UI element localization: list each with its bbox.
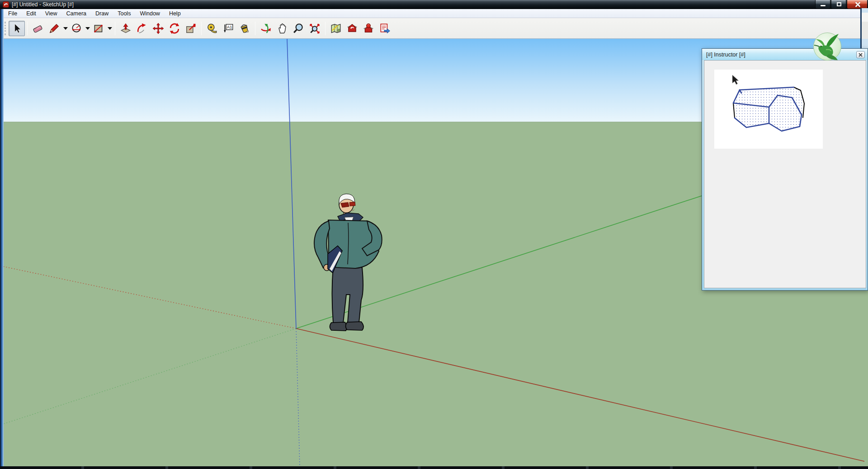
add-location-button[interactable] bbox=[328, 21, 344, 36]
rectangle-tool-dropdown[interactable] bbox=[107, 21, 113, 36]
zoom-extents-tool-button[interactable] bbox=[307, 21, 323, 36]
paint-bucket-icon bbox=[239, 23, 250, 34]
zoom-tool-button[interactable] bbox=[290, 21, 307, 36]
tape-measure-tool-button[interactable] bbox=[204, 21, 220, 36]
window-left-border bbox=[0, 9, 4, 469]
toolbar-separator bbox=[255, 22, 255, 35]
pencil-icon bbox=[48, 23, 60, 34]
toolbar-separator bbox=[27, 22, 28, 35]
menubar: File Edit View Camera Draw Tools Window … bbox=[0, 9, 868, 18]
arc-tool-dropdown[interactable] bbox=[85, 21, 90, 36]
zoom-icon bbox=[292, 23, 304, 34]
menu-help[interactable]: Help bbox=[165, 9, 185, 18]
get-models-button[interactable] bbox=[344, 21, 360, 36]
menu-draw[interactable]: Draw bbox=[91, 9, 113, 18]
zoom-extents-icon bbox=[309, 23, 321, 34]
paint-bucket-tool-button[interactable] bbox=[236, 21, 253, 36]
bottom-edge bbox=[0, 466, 868, 469]
text-icon: A1 bbox=[222, 23, 234, 34]
select-tool-button[interactable] bbox=[9, 21, 25, 36]
toolbar: A1 bbox=[0, 18, 868, 39]
line-tool-button[interactable] bbox=[46, 21, 62, 36]
close-button[interactable] bbox=[847, 0, 868, 9]
background-window-edge bbox=[860, 8, 868, 50]
toolbar-drag-handle[interactable] bbox=[5, 22, 6, 35]
menu-edit[interactable]: Edit bbox=[22, 9, 41, 18]
map-icon bbox=[330, 23, 342, 34]
eraser-icon bbox=[32, 23, 44, 34]
rectangle-icon bbox=[93, 23, 104, 34]
toolbar-separator bbox=[201, 22, 202, 35]
scale-icon bbox=[185, 23, 197, 34]
maximize-button[interactable] bbox=[831, 0, 846, 9]
cursor-arrow-icon bbox=[732, 75, 739, 84]
close-icon bbox=[855, 2, 860, 7]
chevron-down-icon bbox=[63, 27, 68, 30]
move-tool-button[interactable] bbox=[150, 21, 166, 36]
minimize-button[interactable] bbox=[815, 0, 830, 9]
instructor-illustration bbox=[714, 70, 823, 149]
eraser-tool-button[interactable] bbox=[30, 21, 46, 36]
share-model-icon bbox=[363, 23, 374, 34]
svg-text:A1: A1 bbox=[227, 25, 232, 29]
hummingbird-icon bbox=[812, 32, 842, 61]
rotate-tool-button[interactable] bbox=[166, 21, 183, 36]
menu-view[interactable]: View bbox=[41, 9, 62, 18]
sketchup-window: [#] Untitled - SketchUp [#] File Edit Vi… bbox=[0, 0, 868, 469]
pan-tool-button[interactable] bbox=[274, 21, 290, 36]
house-wireframe-icon bbox=[714, 70, 823, 149]
toolbar-separator bbox=[115, 22, 115, 35]
menu-file[interactable]: File bbox=[4, 9, 22, 18]
minimize-icon bbox=[821, 5, 826, 6]
text-tool-button[interactable]: A1 bbox=[220, 21, 236, 36]
instructor-title: [#] Instructor [#] bbox=[706, 52, 745, 58]
orbit-icon bbox=[260, 23, 272, 34]
window-title: [#] Untitled - SketchUp [#] bbox=[12, 1, 74, 8]
instructor-titlebar[interactable]: [#] Instructor [#] bbox=[702, 49, 868, 60]
arc-icon bbox=[71, 23, 82, 34]
pushpull-icon bbox=[120, 23, 132, 34]
scale-tool-button[interactable] bbox=[183, 21, 199, 36]
followme-icon bbox=[136, 23, 148, 34]
followme-tool-button[interactable] bbox=[134, 21, 150, 36]
menu-camera[interactable]: Camera bbox=[62, 9, 91, 18]
orbit-tool-button[interactable] bbox=[258, 21, 274, 36]
line-tool-dropdown[interactable] bbox=[62, 21, 68, 36]
instructor-content bbox=[704, 60, 866, 288]
close-x-icon bbox=[859, 53, 863, 57]
green-hummingbird-badge bbox=[812, 32, 842, 61]
share-component-button[interactable] bbox=[377, 21, 393, 36]
tape-measure-icon bbox=[206, 23, 218, 34]
figure-left-shoe bbox=[330, 322, 347, 331]
figure-sunglasses-lens bbox=[349, 202, 355, 206]
get-models-icon bbox=[346, 23, 358, 34]
select-arrow-icon bbox=[11, 23, 23, 34]
figure-right-shoe bbox=[346, 322, 364, 330]
menu-window[interactable]: Window bbox=[135, 9, 164, 18]
share-model-button[interactable] bbox=[360, 21, 377, 36]
figure-sunglasses bbox=[341, 202, 349, 207]
arc-tool-button[interactable] bbox=[68, 21, 85, 36]
instructor-panel: [#] Instructor [#] bbox=[702, 48, 868, 291]
instructor-close-button[interactable] bbox=[856, 51, 865, 58]
rectangle-tool-button[interactable] bbox=[90, 21, 107, 36]
pan-hand-icon bbox=[276, 23, 288, 34]
maximize-icon bbox=[837, 2, 841, 6]
chevron-down-icon bbox=[85, 27, 90, 30]
toolbar-separator bbox=[325, 22, 326, 35]
move-icon bbox=[152, 23, 164, 34]
pushpull-tool-button[interactable] bbox=[118, 21, 134, 36]
menu-tools[interactable]: Tools bbox=[113, 9, 135, 18]
sketchup-app-icon bbox=[3, 1, 9, 8]
chevron-down-icon bbox=[108, 27, 112, 30]
rotate-icon bbox=[169, 23, 180, 34]
share-component-icon bbox=[379, 23, 391, 34]
titlebar: [#] Untitled - SketchUp [#] bbox=[0, 0, 868, 9]
